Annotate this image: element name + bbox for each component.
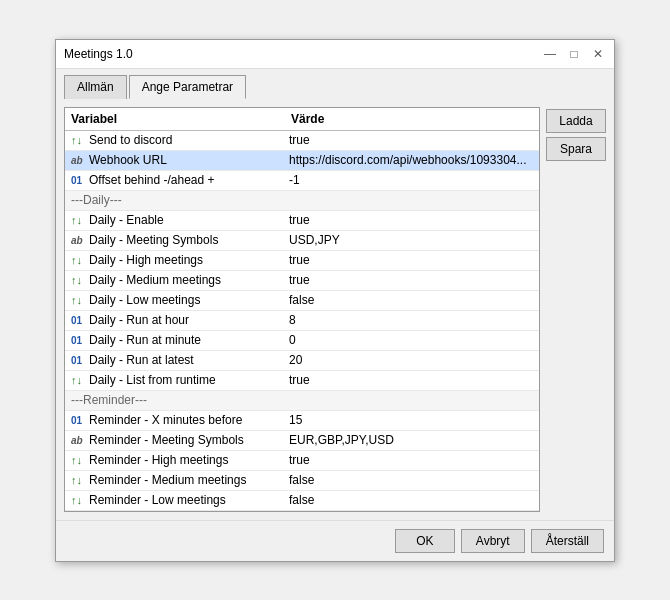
- row-label: Daily - Run at hour: [89, 313, 289, 327]
- row-value: false: [289, 493, 533, 507]
- row-label: Webhook URL: [89, 153, 289, 167]
- table-header: Variabel Värde: [65, 108, 539, 131]
- window-title: Meetings 1.0: [64, 47, 133, 61]
- row-value: EUR,GBP,JPY,USD: [289, 433, 533, 447]
- table-row[interactable]: abReminder - Meeting SymbolsEUR,GBP,JPY,…: [65, 431, 539, 451]
- table-row[interactable]: ↑↓Send to discordtrue: [65, 131, 539, 151]
- tab-bar: Allmän Ange Parametrar: [56, 69, 614, 99]
- table-row[interactable]: ↑↓Reminder - Medium meetingsfalse: [65, 471, 539, 491]
- row-value: USD,JPY: [289, 233, 533, 247]
- close-button[interactable]: ✕: [590, 46, 606, 62]
- row-label: Reminder - X minutes before: [89, 413, 289, 427]
- avbryt-button[interactable]: Avbryt: [461, 529, 525, 553]
- row-icon: 01: [71, 175, 89, 186]
- row-value: true: [289, 373, 533, 387]
- title-bar: Meetings 1.0 — □ ✕: [56, 40, 614, 69]
- row-value: 20: [289, 353, 533, 367]
- row-icon: ab: [71, 435, 89, 446]
- table-row[interactable]: ---Reminder---: [65, 391, 539, 411]
- row-label: Send to discord: [89, 133, 289, 147]
- row-value: 0: [289, 333, 533, 347]
- row-label: Daily - Medium meetings: [89, 273, 289, 287]
- row-icon: ↑↓: [71, 454, 89, 466]
- table-row[interactable]: 01Offset behind -/ahead +-1: [65, 171, 539, 191]
- row-label: Daily - High meetings: [89, 253, 289, 267]
- row-value: true: [289, 273, 533, 287]
- row-label: Daily - Enable: [89, 213, 289, 227]
- tab-allman[interactable]: Allmän: [64, 75, 127, 99]
- table-row[interactable]: ↑↓Reminder - Low meetingsfalse: [65, 491, 539, 511]
- row-label: Daily - Run at latest: [89, 353, 289, 367]
- row-value: true: [289, 253, 533, 267]
- row-value: -1: [289, 173, 533, 187]
- row-icon: 01: [71, 315, 89, 326]
- table-row[interactable]: abDaily - Meeting SymbolsUSD,JPY: [65, 231, 539, 251]
- row-label: Offset behind -/ahead +: [89, 173, 289, 187]
- table-row[interactable]: ↑↓Daily - Low meetingsfalse: [65, 291, 539, 311]
- maximize-button[interactable]: □: [566, 46, 582, 62]
- row-icon: ab: [71, 235, 89, 246]
- table-row[interactable]: ↑↓Daily - Medium meetingstrue: [65, 271, 539, 291]
- row-label: Daily - List from runtime: [89, 373, 289, 387]
- aterstall-button[interactable]: Återställ: [531, 529, 604, 553]
- tab-ange-parametrar[interactable]: Ange Parametrar: [129, 75, 246, 99]
- header-variable: Variabel: [71, 112, 291, 126]
- row-label: Daily - Low meetings: [89, 293, 289, 307]
- table-row[interactable]: ↑↓Daily - High meetingstrue: [65, 251, 539, 271]
- spara-button[interactable]: Spara: [546, 137, 606, 161]
- row-label: Reminder - High meetings: [89, 453, 289, 467]
- minimize-button[interactable]: —: [542, 46, 558, 62]
- row-icon: ↑↓: [71, 474, 89, 486]
- separator-label: ---Reminder---: [71, 393, 533, 407]
- table-row[interactable]: ↑↓Daily - Enabletrue: [65, 211, 539, 231]
- table-row[interactable]: abWebhook URLhttps://discord.com/api/web…: [65, 151, 539, 171]
- table-row[interactable]: 01Daily - Run at hour8: [65, 311, 539, 331]
- row-value: true: [289, 453, 533, 467]
- row-icon: 01: [71, 355, 89, 366]
- row-icon: ↑↓: [71, 214, 89, 226]
- row-value: 8: [289, 313, 533, 327]
- table-body: ↑↓Send to discordtrueabWebhook URLhttps:…: [65, 131, 539, 511]
- row-label: Reminder - Meeting Symbols: [89, 433, 289, 447]
- table-row[interactable]: 01Reminder - X minutes before15: [65, 411, 539, 431]
- table-row[interactable]: ↑↓Reminder - High meetingstrue: [65, 451, 539, 471]
- row-icon: ab: [71, 155, 89, 166]
- row-icon: 01: [71, 335, 89, 346]
- row-value: true: [289, 133, 533, 147]
- row-value: 15: [289, 413, 533, 427]
- row-icon: ↑↓: [71, 134, 89, 146]
- table-row[interactable]: ---Daily---: [65, 191, 539, 211]
- ladda-button[interactable]: Ladda: [546, 109, 606, 133]
- table-row[interactable]: 01Daily - Run at latest20: [65, 351, 539, 371]
- row-label: Daily - Run at minute: [89, 333, 289, 347]
- footer: OK Avbryt Återställ: [56, 520, 614, 561]
- row-value: false: [289, 293, 533, 307]
- separator-label: ---Daily---: [71, 193, 533, 207]
- row-value: https://discord.com/api/webhooks/1093304…: [289, 153, 533, 167]
- row-icon: ↑↓: [71, 494, 89, 506]
- row-icon: ↑↓: [71, 294, 89, 306]
- side-buttons: Ladda Spara: [546, 107, 606, 512]
- title-bar-controls: — □ ✕: [542, 46, 606, 62]
- row-label: Reminder - Low meetings: [89, 493, 289, 507]
- ok-button[interactable]: OK: [395, 529, 455, 553]
- row-icon: ↑↓: [71, 374, 89, 386]
- table-row[interactable]: 01Daily - Run at minute0: [65, 331, 539, 351]
- row-value: false: [289, 473, 533, 487]
- row-value: true: [289, 213, 533, 227]
- row-label: Reminder - Medium meetings: [89, 473, 289, 487]
- row-icon: ↑↓: [71, 274, 89, 286]
- table-row[interactable]: ↑↓Daily - List from runtimetrue: [65, 371, 539, 391]
- parameters-table: Variabel Värde ↑↓Send to discordtrueabWe…: [64, 107, 540, 512]
- content-area: Variabel Värde ↑↓Send to discordtrueabWe…: [56, 99, 614, 520]
- row-icon: ↑↓: [71, 254, 89, 266]
- main-window: Meetings 1.0 — □ ✕ Allmän Ange Parametra…: [55, 39, 615, 562]
- row-icon: 01: [71, 415, 89, 426]
- header-value: Värde: [291, 112, 533, 126]
- row-label: Daily - Meeting Symbols: [89, 233, 289, 247]
